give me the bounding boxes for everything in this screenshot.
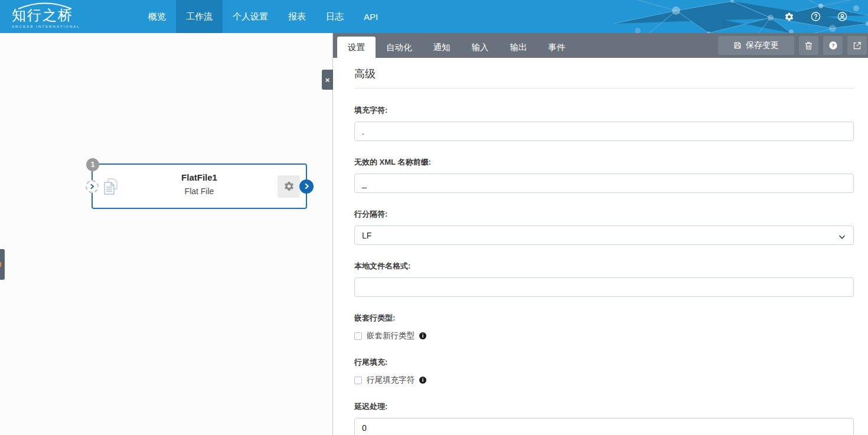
nav-item-5[interactable]: API [354, 0, 388, 33]
gear-icon [283, 181, 295, 192]
nav-item-3[interactable]: 报表 [278, 0, 316, 33]
main-nav: 概览工作流个人设置报表日志API [138, 0, 388, 33]
account-icon[interactable] [837, 12, 847, 22]
svg-text:?: ? [831, 42, 834, 48]
nav-item-4[interactable]: 日志 [316, 0, 354, 33]
save-icon [733, 41, 742, 50]
nested-row-type-row: 嵌套新行类型i [354, 331, 854, 341]
gear-icon[interactable] [784, 12, 794, 22]
field-label-delay-processing: 延迟处理: [354, 401, 854, 412]
field-group-local-file-name-format: 本地文件名格式: [354, 261, 854, 297]
padding-character-input[interactable] [354, 122, 854, 141]
node-order-badge: 1 [86, 158, 99, 171]
app-logo[interactable]: 知行之桥 ARCESB INTERNATIONAL [0, 0, 122, 33]
tab-5[interactable]: 事件 [538, 37, 576, 58]
top-bar: 知行之桥 ARCESB INTERNATIONAL 概览工作流个人设置报表日志A… [0, 0, 868, 33]
close-panel-button[interactable]: × [322, 70, 333, 90]
settings-panel: × 设置自动化通知输入输出事件 保存变更 ? 高级 [333, 33, 868, 435]
line-end-padding-checkbox-label: 行尾填充字符 [367, 375, 415, 385]
tab-3[interactable]: 输入 [461, 37, 500, 58]
section-divider [354, 88, 854, 89]
field-group-padding-character: 填充字符: [354, 105, 854, 141]
info-icon[interactable]: i [419, 377, 426, 384]
help-button[interactable]: ? [823, 36, 843, 55]
help-icon[interactable] [811, 12, 821, 22]
line-end-padding-row: 行尾填充字符i [354, 375, 854, 385]
logo-arc-icon [17, 2, 73, 9]
field-group-line-end-padding: 行尾填充:行尾填充字符i [354, 357, 854, 385]
nested-row-type-checkbox-label: 嵌套新行类型 [367, 331, 415, 341]
save-changes-label: 保存变更 [746, 40, 779, 51]
line-separator-select[interactable]: LF [354, 225, 854, 245]
external-link-icon [853, 41, 862, 50]
trash-icon [804, 41, 813, 50]
flow-canvas[interactable]: 1 FlatFile1 Flat File [0, 33, 333, 435]
panel-tabs: 设置自动化通知输入输出事件 [337, 37, 576, 58]
field-label-line-separator: 行分隔符: [354, 209, 854, 220]
output-connector-icon[interactable] [299, 179, 314, 194]
line-separator-selected-value: LF [362, 231, 371, 240]
sidebar-collapse-handle[interactable] [0, 249, 5, 280]
invalid-xml-name-prefix-input[interactable] [354, 174, 854, 193]
tab-4[interactable]: 输出 [500, 37, 538, 58]
tab-1[interactable]: 自动化 [376, 37, 423, 58]
tab-0[interactable]: 设置 [337, 37, 376, 58]
help-icon: ? [828, 41, 838, 50]
section-title: 高级 [354, 67, 854, 81]
nested-row-type-checkbox[interactable] [354, 332, 362, 340]
node-labels: FlatFile1 Flat File [93, 171, 306, 198]
field-group-delay-processing: 延迟处理: [354, 401, 854, 435]
open-external-button[interactable] [847, 36, 867, 55]
nav-item-2[interactable]: 个人设置 [223, 0, 278, 33]
logo-subtitle: ARCESB INTERNATIONAL [12, 25, 122, 28]
nav-item-1[interactable]: 工作流 [176, 0, 223, 33]
node-subtitle: Flat File [93, 184, 306, 198]
flow-node-flatfile1[interactable]: 1 FlatFile1 Flat File [92, 163, 307, 209]
field-group-nested-row-type: 嵌套行类型:嵌套新行类型i [354, 313, 854, 341]
workspace: 1 FlatFile1 Flat File [0, 33, 868, 435]
panel-toolbar: 保存变更 ? [718, 36, 868, 55]
local-file-name-format-input[interactable] [354, 277, 854, 297]
node-title: FlatFile1 [93, 171, 306, 184]
node-settings-button[interactable] [278, 175, 300, 198]
field-label-nested-row-type: 嵌套行类型: [354, 313, 854, 323]
delete-button[interactable] [799, 36, 818, 55]
field-label-invalid-xml-name-prefix: 无效的 XML 名称前缀: [354, 157, 854, 168]
panel-tab-bar: 设置自动化通知输入输出事件 保存变更 ? [333, 33, 868, 58]
line-end-padding-checkbox[interactable] [354, 377, 362, 384]
tab-2[interactable]: 通知 [423, 37, 461, 58]
panel-content: 高级 填充字符:无效的 XML 名称前缀:行分隔符:LF本地文件名格式:嵌套行类… [333, 58, 868, 435]
field-label-line-end-padding: 行尾填充: [354, 357, 854, 368]
delay-processing-input[interactable] [354, 418, 854, 435]
chevron-down-icon [838, 233, 846, 242]
settings-form: 填充字符:无效的 XML 名称前缀:行分隔符:LF本地文件名格式:嵌套行类型:嵌… [354, 105, 854, 435]
save-changes-button[interactable]: 保存变更 [718, 36, 794, 55]
nav-item-0[interactable]: 概览 [138, 0, 176, 33]
info-icon[interactable]: i [419, 332, 426, 339]
header-actions [784, 0, 868, 33]
field-label-local-file-name-format: 本地文件名格式: [354, 261, 854, 272]
field-label-padding-character: 填充字符: [354, 105, 854, 116]
field-group-invalid-xml-name-prefix: 无效的 XML 名称前缀: [354, 157, 854, 193]
input-connector-icon[interactable] [86, 180, 99, 193]
field-group-line-separator: 行分隔符:LF [354, 209, 854, 245]
